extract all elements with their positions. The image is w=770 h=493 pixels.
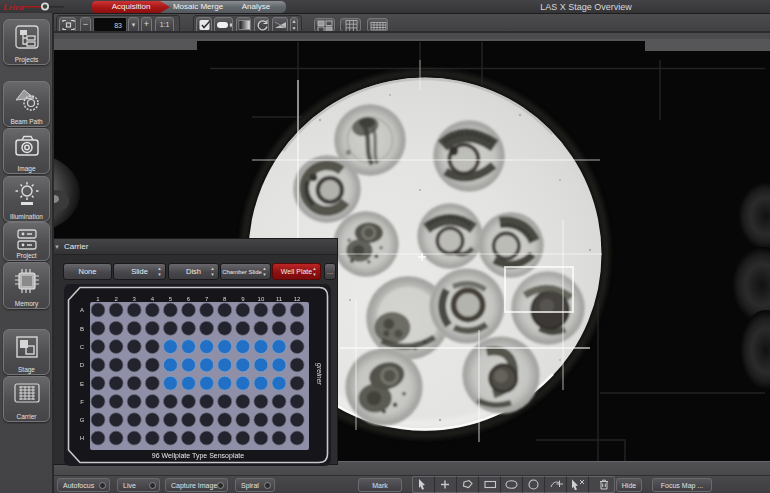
svg-text:greiner: greiner (315, 363, 323, 385)
svg-text:H: H (80, 435, 84, 441)
svg-text:12: 12 (294, 296, 301, 302)
svg-text:11: 11 (276, 296, 283, 302)
svg-text:A: A (80, 307, 84, 313)
svg-text:F: F (80, 399, 84, 405)
svg-text:G: G (80, 417, 85, 423)
svg-text:D: D (80, 362, 85, 368)
svg-text:E: E (80, 381, 84, 387)
svg-text:B: B (80, 326, 84, 332)
svg-text:96 Wellplate Type Sensoplate: 96 Wellplate Type Sensoplate (152, 452, 244, 460)
svg-text:Leica: Leica (2, 2, 24, 12)
svg-text:10: 10 (258, 296, 265, 302)
svg-text:C: C (80, 344, 85, 350)
